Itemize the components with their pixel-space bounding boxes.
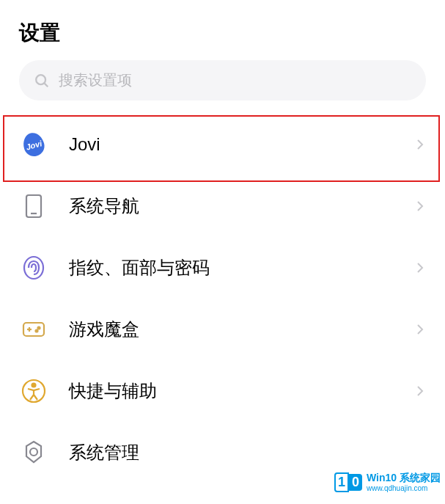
svg-rect-6 — [23, 323, 44, 336]
search-icon — [34, 73, 50, 89]
svg-point-10 — [36, 330, 38, 332]
jovi-icon: Jovi — [19, 130, 48, 159]
watermark-logo: 1 0 — [334, 472, 362, 492]
chevron-right-icon — [414, 262, 426, 274]
header: 设置 — [0, 0, 445, 60]
svg-marker-13 — [26, 442, 41, 462]
page-title: 设置 — [19, 19, 426, 47]
chevron-right-icon — [414, 200, 426, 212]
chevron-right-icon — [414, 139, 426, 150]
svg-point-5 — [24, 257, 43, 279]
list-item-navigation[interactable]: 系统导航 — [0, 175, 445, 237]
search-input[interactable]: 搜索设置项 — [19, 60, 426, 101]
list-item-gamebox[interactable]: 游戏魔盒 — [0, 299, 445, 360]
svg-point-0 — [36, 75, 45, 84]
watermark-url: www.qdhuajin.com — [367, 484, 441, 492]
chevron-right-icon — [414, 385, 426, 397]
item-label: 系统导航 — [69, 194, 394, 218]
search-placeholder: 搜索设置项 — [59, 70, 132, 90]
gamepad-icon — [19, 315, 48, 344]
gear-icon — [19, 438, 48, 467]
item-label: Jovi — [69, 134, 394, 155]
item-label: 快捷与辅助 — [69, 379, 394, 403]
list-item-biometrics[interactable]: 指纹、面部与密码 — [0, 237, 445, 299]
watermark: 1 0 Win10 系统家园 www.qdhuajin.com — [334, 472, 445, 492]
settings-list: Jovi Jovi 系统导航 — [0, 114, 445, 483]
svg-line-1 — [45, 83, 48, 87]
navigation-icon — [19, 191, 48, 221]
chevron-right-icon — [414, 324, 426, 335]
list-item-jovi[interactable]: Jovi Jovi — [0, 114, 445, 175]
fingerprint-icon — [19, 253, 48, 282]
svg-point-12 — [32, 384, 36, 387]
svg-point-14 — [30, 448, 37, 456]
accessibility-icon — [19, 376, 48, 406]
item-label: 游戏魔盒 — [69, 318, 394, 341]
svg-point-9 — [38, 327, 40, 329]
item-label: 系统管理 — [69, 441, 426, 464]
item-label: 指纹、面部与密码 — [69, 256, 394, 280]
watermark-title: Win10 系统家园 — [367, 472, 441, 483]
list-item-accessibility[interactable]: 快捷与辅助 — [0, 360, 445, 422]
